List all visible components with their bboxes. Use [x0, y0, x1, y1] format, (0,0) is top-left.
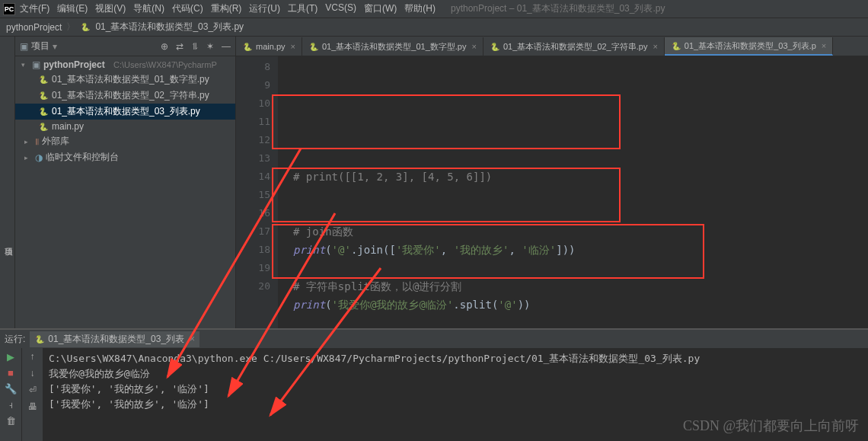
tab-label: main.py [256, 42, 286, 51]
tab-label: 01_基本语法和数据类型_03_列表.p [685, 40, 816, 52]
run-toolbar-left: ▶ ■ 🔧 ⫞ 🗑 [0, 348, 21, 441]
editor-tabs: 🐍main.py×🐍01_基本语法和数据类型_01_数字型.py×🐍01_基本语… [236, 37, 868, 56]
highlight-box-1 [272, 94, 621, 149]
editor-tab[interactable]: 🐍01_基本语法和数据类型_02_字符串.py× [483, 37, 665, 56]
file-row[interactable]: 🐍01_基本语法和数据类型_02_字符串.py [15, 88, 235, 104]
sidebar-action-icon[interactable]: ⊕ [161, 41, 168, 52]
sidebar-title: 项目 [31, 40, 49, 53]
close-icon[interactable]: × [291, 42, 295, 51]
menu-item[interactable]: 工具(T) [288, 2, 318, 15]
code-line[interactable]: # print([[1, 2, 3], [4, 5, 6]]) [293, 168, 868, 186]
up-icon[interactable]: ↑ [30, 351, 35, 362]
file-row[interactable]: 🐍01_基本语法和数据类型_01_数字型.py [15, 72, 235, 88]
editor-tab[interactable]: 🐍01_基本语法和数据类型_01_数字型.py× [302, 37, 483, 56]
python-file-icon: 🐍 [38, 121, 49, 132]
menu-item[interactable]: 导航(N) [133, 2, 164, 15]
file-name: main.py [52, 121, 84, 132]
breadcrumb-file[interactable]: 01_基本语法和数据类型_03_列表.py [95, 21, 244, 34]
menu-item[interactable]: 文件(F) [20, 2, 49, 15]
tab-label: 01_基本语法和数据类型_01_数字型.py [322, 41, 467, 53]
python-file-icon: 🐍 [80, 22, 91, 33]
code-line[interactable]: print('我爱你@我的故乡@临汾'.split('@')) [293, 296, 868, 314]
sidebar-header: ▣ 项目 ▾ ⊕⇄⥮✶— [15, 37, 235, 56]
project-tree: ▾ ▣ pythonProject C:\Users\WX847\Pycharm… [15, 56, 235, 167]
run-tab-label: 01_基本语法和数据类型_03_列表 [48, 333, 184, 346]
console-output[interactable]: C:\Users\WX847\Anaconda3\python.exe C:/U… [43, 348, 868, 441]
console-line: 我爱你@我的故乡@临汾 [49, 366, 862, 382]
python-file-icon: 🐍 [38, 75, 49, 85]
file-row[interactable]: 🐍01_基本语法和数据类型_03_列表.py [15, 104, 235, 120]
sidebar-action-icon[interactable]: ⇄ [176, 41, 183, 52]
code-line[interactable] [293, 186, 868, 204]
wrap-icon[interactable]: ⏎ [29, 385, 37, 395]
run-toolbar-sub: ↑ ↓ ⏎ 🖶 [21, 348, 43, 441]
sidebar-action-icon[interactable]: ✶ [206, 41, 214, 52]
file-name: 01_基本语法和数据类型_01_数字型.py [52, 73, 209, 86]
python-file-icon: 🐍 [308, 41, 319, 52]
python-file-icon: 🐍 [242, 41, 253, 52]
close-icon[interactable]: × [190, 334, 195, 344]
settings-icon[interactable]: 🔧 [5, 383, 17, 395]
expand-icon[interactable]: ▾ [21, 61, 29, 69]
python-file-icon: 🐍 [490, 41, 500, 52]
python-file-icon: 🐍 [34, 334, 45, 344]
dropdown-icon[interactable]: ▾ [53, 41, 57, 52]
file-row[interactable]: 🐍main.py [15, 120, 235, 133]
file-name: 01_基本语法和数据类型_02_字符串.py [52, 89, 209, 102]
sidebar-action-icon[interactable]: — [222, 41, 231, 52]
menu-item[interactable]: 视图(V) [95, 2, 126, 15]
run-body: ▶ ■ 🔧 ⫞ 🗑 ↑ ↓ ⏎ 🖶 C:\Users\WX847\Anacond… [0, 348, 868, 441]
file-name: 01_基本语法和数据类型_03_列表.py [52, 105, 200, 118]
code-line[interactable] [293, 204, 868, 222]
scratches-row[interactable]: ▸ ◑ 临时文件和控制台 [15, 149, 235, 165]
chevron-right-icon: 〉 [66, 21, 75, 34]
menu-item[interactable]: VCS(S) [325, 2, 356, 15]
menu-item[interactable]: 帮助(H) [404, 2, 436, 15]
python-file-icon: 🐍 [38, 107, 49, 117]
scratches-icon: ◑ [35, 152, 43, 163]
project-name: pythonProject [43, 59, 105, 70]
layout-icon[interactable]: ⫞ [8, 399, 14, 411]
code-line[interactable]: # 字符串split函数，以@进行分割 [293, 277, 868, 296]
expand-icon[interactable]: ▸ [24, 138, 32, 145]
down-icon[interactable]: ↓ [30, 368, 35, 379]
editor-tab[interactable]: 🐍01_基本语法和数据类型_03_列表.p× [665, 37, 833, 56]
breadcrumb: pythonProject 〉 🐍 01_基本语法和数据类型_03_列表.py [0, 18, 868, 37]
breadcrumb-root[interactable]: pythonProject [6, 22, 62, 33]
console-line: C:\Users\WX847\Anaconda3\python.exe C:/U… [49, 351, 862, 366]
menu-item[interactable]: 代码(C) [172, 2, 203, 15]
code-line[interactable]: # join函数 [293, 222, 868, 241]
app-logo: PC [3, 3, 15, 15]
close-icon[interactable]: × [471, 42, 476, 51]
python-file-icon: 🐍 [671, 40, 681, 51]
tab-label: 01_基本语法和数据类型_02_字符串.py [503, 41, 648, 53]
project-path: C:\Users\WX847\PycharmP [113, 60, 217, 69]
sidebar-action-icon[interactable]: ⥮ [191, 41, 199, 52]
title-bar: PC 文件(F)编辑(E)视图(V)导航(N)代码(C)重构(R)运行(U)工具… [0, 0, 868, 18]
code-line[interactable] [293, 259, 868, 277]
stop-icon[interactable]: ■ [8, 367, 14, 379]
editor-tab[interactable]: 🐍main.py× [236, 37, 302, 56]
print-icon[interactable]: 🖶 [28, 401, 37, 412]
run-icon[interactable]: ▶ [7, 351, 14, 363]
libs-icon: ⫴ [35, 136, 39, 147]
run-tab[interactable]: 🐍 01_基本语法和数据类型_03_列表 × [30, 331, 199, 347]
python-file-icon: 🐍 [38, 91, 49, 101]
main-menu: 文件(F)编辑(E)视图(V)导航(N)代码(C)重构(R)运行(U)工具(T)… [20, 2, 436, 15]
console-line: ['我爱你', '我的故乡', '临汾'] [49, 397, 862, 412]
project-root-row[interactable]: ▾ ▣ pythonProject C:\Users\WX847\Pycharm… [15, 58, 235, 72]
run-panel: 运行: 🐍 01_基本语法和数据类型_03_列表 × ▶ ■ 🔧 ⫞ 🗑 ↑ ↓… [0, 328, 868, 441]
menu-item[interactable]: 窗口(W) [364, 2, 397, 15]
menu-item[interactable]: 重构(R) [211, 2, 242, 15]
close-icon[interactable]: × [822, 41, 826, 50]
external-libs-label: 外部库 [42, 135, 69, 148]
menu-item[interactable]: 运行(U) [249, 2, 280, 15]
trash-icon[interactable]: 🗑 [6, 415, 16, 427]
expand-icon[interactable]: ▸ [24, 154, 32, 161]
code-line[interactable]: print('@'.join(['我爱你', '我的故乡', '临汾'])) [293, 241, 868, 259]
close-icon[interactable]: × [653, 42, 657, 51]
menu-item[interactable]: 编辑(E) [57, 2, 88, 15]
project-icon: ▣ [20, 41, 28, 52]
external-libs-row[interactable]: ▸ ⫴ 外部库 [15, 133, 235, 149]
console-line: ['我爱你', '我的故乡', '临汾'] [49, 382, 862, 397]
